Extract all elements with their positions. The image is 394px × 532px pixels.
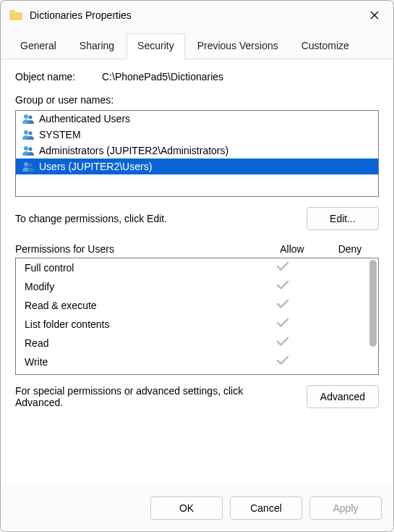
permission-allow	[254, 318, 312, 331]
permission-row: Modify	[16, 277, 378, 296]
group-user-list[interactable]: Authenticated Users SYSTEM Administrator…	[15, 110, 379, 197]
advanced-hint-text: For special permissions or advanced sett…	[15, 385, 247, 408]
permission-allow	[254, 261, 312, 274]
permissions-label: Permissions for Users	[15, 243, 263, 255]
edit-row: To change permissions, click Edit. Edit.…	[15, 207, 379, 230]
permission-name: Read	[25, 337, 254, 349]
apply-button[interactable]: Apply	[309, 497, 382, 520]
svg-point-5	[29, 148, 33, 151]
permission-allow	[254, 280, 312, 293]
edit-button[interactable]: Edit...	[307, 207, 379, 230]
group-item[interactable]: SYSTEM	[16, 127, 378, 143]
permission-row: Write	[16, 352, 378, 371]
ok-button[interactable]: OK	[150, 497, 223, 520]
permission-name: Read & execute	[25, 300, 254, 311]
permissions-list[interactable]: Full control Modify Read & execute List …	[15, 258, 379, 375]
svg-point-2	[24, 130, 28, 135]
permission-row: Read	[16, 334, 378, 352]
group-item[interactable]: Authenticated Users	[16, 111, 378, 127]
allow-column-header: Allow	[263, 243, 321, 255]
titlebar: Dictionaries Properties	[1, 1, 393, 30]
users-icon	[22, 130, 35, 140]
group-item[interactable]: Administrators (JUPITER2\Administrators)	[16, 143, 378, 159]
users-icon	[22, 114, 35, 124]
dialog-footer: OK Cancel Apply	[1, 485, 393, 531]
tab-strip: GeneralSharingSecurityPrevious VersionsC…	[1, 30, 393, 59]
tab-general[interactable]: General	[9, 33, 67, 59]
users-icon	[22, 161, 35, 172]
close-button[interactable]	[364, 5, 385, 25]
permission-row: Read & execute	[16, 296, 378, 315]
svg-point-6	[24, 162, 28, 166]
advanced-row: For special permissions or advanced sett…	[15, 385, 379, 408]
group-item-label: SYSTEM	[39, 129, 81, 140]
permission-allow	[254, 299, 312, 312]
permission-name: Full control	[25, 262, 254, 274]
advanced-button[interactable]: Advanced	[307, 385, 379, 408]
permission-row: Full control	[16, 258, 378, 277]
permission-name: List folder contents	[25, 318, 254, 330]
permissions-header: Permissions for Users Allow Deny	[15, 243, 379, 255]
svg-point-1	[29, 116, 33, 119]
permission-allow	[254, 355, 312, 368]
properties-window: Dictionaries Properties GeneralSharingSe…	[0, 0, 394, 532]
scrollbar-thumb[interactable]	[369, 260, 377, 347]
users-icon	[22, 145, 35, 156]
window-title: Dictionaries Properties	[30, 9, 364, 21]
permission-row: List folder contents	[16, 315, 378, 334]
svg-point-0	[24, 114, 28, 119]
permission-name: Modify	[25, 281, 254, 292]
cancel-button[interactable]: Cancel	[230, 497, 302, 520]
svg-point-4	[24, 146, 28, 151]
group-item[interactable]: Users (JUPITER2\Users)	[16, 159, 378, 174]
tab-sharing[interactable]: Sharing	[69, 33, 125, 59]
svg-point-3	[29, 132, 33, 135]
object-name-row: Object name: C:\PhonePad5\Dictionaries	[15, 71, 379, 83]
group-item-label: Users (JUPITER2\Users)	[39, 161, 152, 172]
tab-security[interactable]: Security	[127, 33, 185, 59]
deny-column-header: Deny	[321, 243, 379, 255]
object-name-label: Object name:	[15, 71, 102, 83]
folder-icon	[9, 10, 22, 20]
group-item-label: Authenticated Users	[39, 113, 130, 124]
security-panel: Object name: C:\PhonePad5\Dictionaries G…	[1, 59, 393, 485]
close-icon	[369, 10, 380, 20]
object-name-value: C:\PhonePad5\Dictionaries	[102, 71, 379, 83]
tab-previous-versions[interactable]: Previous Versions	[187, 33, 289, 59]
permission-name: Write	[25, 356, 254, 368]
svg-point-7	[29, 164, 33, 167]
groups-label: Group or user names:	[15, 94, 379, 106]
permission-allow	[254, 337, 312, 350]
tab-customize[interactable]: Customize	[291, 33, 360, 59]
edit-hint-text: To change permissions, click Edit.	[15, 213, 292, 224]
group-item-label: Administrators (JUPITER2\Administrators)	[39, 145, 228, 156]
